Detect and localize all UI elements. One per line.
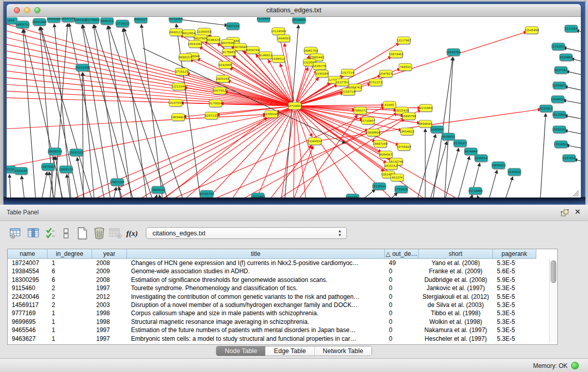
graph-node[interactable]: 15124549 [271,28,286,36]
graph-node[interactable]: 8660123 [170,29,183,37]
graph-node[interactable]: 62160 [383,101,397,110]
select-columns-icon[interactable] [43,226,58,241]
graph-node[interactable]: 1637761 [336,79,350,87]
graph-node[interactable]: 8454749 [247,47,260,55]
graph-node[interactable]: 9146821 [259,52,273,60]
row-selection-icon[interactable] [58,226,74,241]
graph-node[interactable]: 6179197 [454,140,467,148]
graph-node[interactable]: 8186328 [207,36,221,45]
graph-node[interactable]: 12444151 [551,96,565,104]
graph-node[interactable]: 12093872 [552,82,567,90]
network-view-canvas[interactable]: 1634140557122089140618416306169372741065… [7,17,581,198]
graph-node[interactable]: 10544808 [292,17,307,25]
graph-node[interactable]: 8215953 [540,105,553,113]
column-header-title[interactable]: title [127,249,385,259]
tab-edge-table[interactable]: Edge Table [266,346,314,356]
graph-node[interactable]: 1640954 [431,126,444,134]
scrollbar-thumb[interactable] [551,260,556,283]
graph-node[interactable]: 18300295 [264,111,279,119]
delete-column-icon[interactable] [92,226,107,241]
graph-node[interactable]: 19756928 [397,143,411,151]
graph-node[interactable]: 17957255 [110,179,125,187]
graph-node[interactable]: 9899695 [419,120,432,128]
column-header-out_degree[interactable]: △ out_de… [385,249,419,259]
network-window-titlebar[interactable]: citations_edges.txt [7,4,581,17]
graph-node[interactable]: 1117254 [565,25,578,33]
graph-node[interactable]: 12217987 [397,37,411,45]
graph-node[interactable]: 15720407 [361,117,376,125]
graph-node[interactable]: 9466162 [101,17,114,26]
column-header-short[interactable]: short [419,249,493,259]
graph-node[interactable]: 7986372 [354,107,367,115]
graph-node[interactable]: 1615152 [385,162,398,170]
graph-node[interactable]: 1317714 [341,69,355,77]
table-scrollbar[interactable] [549,259,556,342]
graph-node[interactable]: 18416306 [47,17,61,24]
graph-node[interactable]: 10543392 [188,40,202,49]
graph-node[interactable]: 19384554 [308,138,322,146]
graph-node[interactable]: 8938923 [442,133,455,141]
table-row[interactable]: 946554611997Estimation of the future num… [8,326,557,334]
graph-node[interactable]: 8133404 [257,17,271,23]
graph-node[interactable]: 7957224 [227,23,240,31]
graph-node[interactable]: 20609159 [48,148,62,156]
graph-node[interactable]: 10973403 [389,51,404,59]
graph-node[interactable]: 1626175 [313,62,326,71]
graph-node[interactable]: 9084067 [380,151,393,159]
table-mode-icon[interactable] [8,226,24,241]
graph-node[interactable]: 15031553 [69,149,84,157]
graph-node[interactable]: 10975887 [41,163,56,171]
graph-node[interactable]: 15718485 [468,187,483,195]
graph-node[interactable]: 16210643 [552,111,567,119]
graph-node[interactable]: 852274 [391,174,404,182]
graph-node[interactable]: 9115460 [420,104,433,113]
graph-node[interactable]: 12905135 [59,166,74,174]
table-row[interactable]: 946362711997Embryonic stem cells: a mode… [8,335,557,343]
graph-node[interactable]: 17016504 [554,141,569,149]
graph-node[interactable]: 18724007 [288,102,302,111]
graph-node[interactable]: 15751074 [551,43,566,51]
column-header-pagerank[interactable]: pagerank [493,249,536,259]
graph-node[interactable]: 2718120 [176,68,189,76]
graph-node[interactable]: 8427552 [213,87,227,95]
graph-node[interactable]: 10958422 [491,162,506,170]
graph-node[interactable]: 9329966 [560,54,573,62]
graph-node[interactable]: 9175685 [223,49,236,57]
graph-node[interactable]: 12213344 [171,83,186,91]
table-row[interactable]: 1872400712008Changes of HCN gene express… [8,259,557,267]
graph-node[interactable]: 18495796 [402,113,417,121]
graph-node[interactable]: 15136141 [372,183,387,191]
table-row[interactable]: 2242004622012Investigating the contribut… [8,293,557,301]
graph-node[interactable]: 14055712 [15,21,30,29]
delete-table-icon[interactable] [108,226,123,241]
graph-node[interactable]: 1595285 [316,70,329,78]
tab-node-table[interactable]: Node Table [216,346,266,356]
graph-node[interactable]: 15692391 [552,126,567,134]
graph-node[interactable]: 8751272 [369,79,383,87]
graph-node[interactable]: 9245022 [508,168,521,177]
graph-node[interactable]: 9170004 [209,100,223,108]
table-row[interactable]: 977716911998Corpus callosum shape and si… [8,309,557,317]
table-row[interactable]: 911546021997Tourette syndrome. Phenomeno… [8,284,557,292]
graph-node[interactable]: 19654903 [171,114,186,122]
graph-node[interactable]: 20153346 [75,64,90,72]
graph-node[interactable]: 9890157 [179,54,192,62]
graph-node[interactable]: 9657791 [346,194,360,198]
show-column-icon[interactable] [26,226,41,241]
graph-node[interactable]: 16648784 [446,49,461,57]
graph-node[interactable]: 1733426 [395,186,408,194]
function-builder-icon[interactable]: f(x) [124,226,140,241]
table-panel-header[interactable]: Table Panel ✕ [0,205,588,221]
table-row[interactable]: 1456911722003Disruption of a novel membe… [8,301,557,309]
table-select-combobox[interactable]: citations_edges.txt ▲▼ [146,227,347,239]
graph-node[interactable]: 748503 [399,63,412,72]
graph-node[interactable]: 1167534 [563,155,576,163]
graph-node[interactable]: 12323485 [251,193,266,198]
column-header-in_degree[interactable]: in_degree [48,249,92,259]
graph-node[interactable]: 9242848 [219,61,232,70]
resize-grip-icon[interactable] [573,190,579,196]
graph-node[interactable]: 11545498 [525,27,539,35]
close-panel-icon[interactable]: ✕ [574,207,581,216]
graph-node[interactable]: 20891406 [32,18,47,27]
graph-node[interactable]: 2935514 [475,155,488,163]
